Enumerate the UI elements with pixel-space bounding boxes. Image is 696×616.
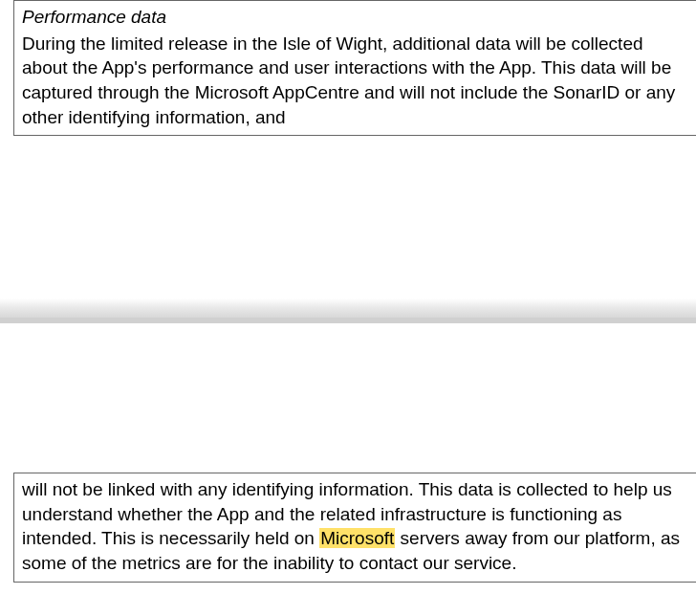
page-bottom: will not be linked with any identifying … [0,473,696,583]
gap-shadow [0,298,696,318]
page-gap [0,136,696,473]
table-cell-top: Performance data During the limited rele… [13,0,696,136]
page-top: Performance data During the limited rele… [0,0,696,136]
table-cell-bottom: will not be linked with any identifying … [13,473,696,583]
gap-divider [0,318,696,323]
section-heading: Performance data [22,5,688,30]
section1-paragraph: During the limited release in the Isle o… [22,33,675,127]
highlighted-term: Microsoft [319,528,395,548]
